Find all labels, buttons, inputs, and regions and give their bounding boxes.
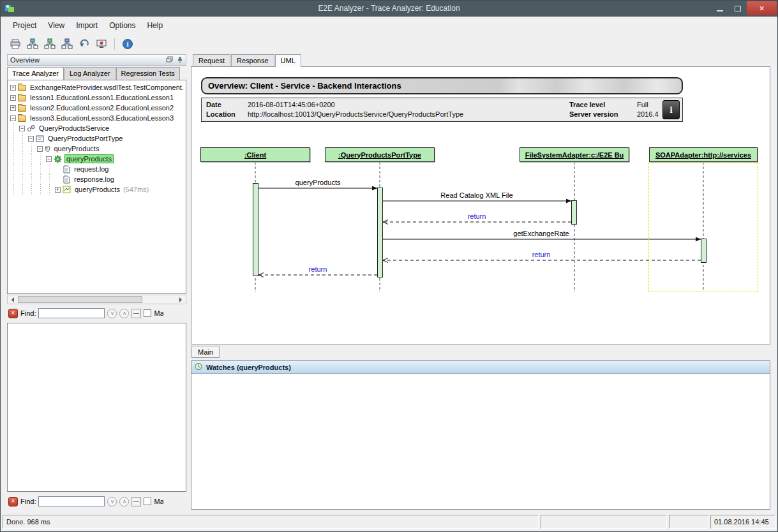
log-file-icon	[63, 165, 70, 174]
find-prev-icon[interactable]: ∧	[119, 497, 129, 506]
main-area: Request Response UML Overview: Client - …	[189, 54, 772, 510]
watches-header: Watches (queryProducts)	[191, 361, 770, 374]
expander-icon[interactable]: −	[46, 156, 52, 162]
tree-row[interactable]: − lesson3.EducationLesson3.EducationLess…	[10, 113, 186, 123]
scroll-left-icon[interactable]	[8, 295, 17, 304]
expander-icon[interactable]: −	[10, 115, 16, 121]
tree-green-button[interactable]	[43, 37, 57, 51]
match-case-checkbox[interactable]	[144, 498, 151, 505]
pin-icon[interactable]	[177, 56, 183, 64]
message-read-catalog[interactable]: Read Catalog XML File	[440, 191, 512, 199]
close-icon: ×	[759, 3, 764, 13]
find-label: Find:	[20, 309, 36, 317]
tab-response[interactable]: Response	[231, 54, 274, 67]
sidebar-header: Overview	[7, 54, 186, 66]
tree-hscrollbar[interactable]	[7, 295, 186, 304]
tree-teal-button[interactable]	[26, 37, 40, 51]
tree-row-queryproducts-selected[interactable]: − queryProducts	[10, 154, 186, 164]
log-file-icon	[63, 175, 70, 184]
printer-icon	[10, 38, 21, 50]
tree-blue-button[interactable]	[60, 37, 74, 51]
folder-icon	[18, 105, 26, 112]
find-next-icon[interactable]: ∨	[107, 497, 117, 506]
maximize-button[interactable]	[729, 1, 747, 15]
screen-button[interactable]	[94, 37, 108, 51]
close-button[interactable]: ×	[747, 1, 777, 15]
menu-import[interactable]: Import	[70, 18, 103, 33]
status-message: Done. 968 ms	[3, 515, 539, 529]
expander-icon[interactable]: +	[55, 187, 61, 193]
toolbar-separator	[114, 38, 115, 50]
tab-trace-analyzer[interactable]: Trace Analyzer	[7, 67, 64, 80]
service-icon	[27, 124, 35, 132]
find-input[interactable]	[38, 308, 105, 318]
expander-icon[interactable]: +	[10, 95, 16, 101]
expander-icon[interactable]: −	[28, 136, 34, 142]
tree-row-request-log[interactable]: request.log	[10, 164, 186, 174]
expander-icon[interactable]: −	[37, 146, 43, 152]
tree-teal-icon	[27, 38, 38, 50]
uml-diagram-panel: Overview: Client - Service - Backend Int…	[191, 66, 770, 344]
svg-text:i: i	[126, 40, 128, 48]
tree-row-operation[interactable]: − f() queryProducts	[10, 144, 186, 154]
tab-main[interactable]: Main	[191, 346, 220, 358]
statusbar: Done. 968 ms 01.08.2016 14:45	[3, 515, 775, 529]
app-window: E2E Analyzer - Trace Analyzer: Education…	[0, 0, 778, 532]
find-input[interactable]	[38, 496, 105, 506]
find-next-icon[interactable]: ∨	[107, 309, 117, 318]
message-getexchangerate[interactable]: getExchangeRate	[513, 230, 569, 237]
match-case-checkbox[interactable]	[144, 309, 151, 317]
menu-options[interactable]: Options	[103, 18, 141, 33]
find-list-icon[interactable]	[131, 309, 141, 318]
tree-row-response-log[interactable]: response.log	[10, 174, 186, 184]
message-queryproducts[interactable]: queryProducts	[295, 179, 341, 186]
tree-green-icon	[44, 38, 56, 50]
scroll-right-icon[interactable]	[176, 295, 186, 304]
find-prev-icon[interactable]: ∧	[119, 309, 129, 318]
message-return-3[interactable]: return	[309, 265, 327, 273]
message-return-1[interactable]: return	[468, 212, 486, 220]
scrollbar-thumb[interactable]	[18, 296, 142, 303]
lifeline-client[interactable]: :Client	[200, 147, 310, 162]
clear-find-button[interactable]: ×	[8, 497, 18, 506]
tree-row-trace[interactable]: + queryProducts (547ms)	[10, 184, 186, 195]
clear-find-button[interactable]: ×	[8, 309, 18, 318]
tab-log-analyzer[interactable]: Log Analyzer	[64, 67, 116, 80]
expander-icon[interactable]: +	[10, 105, 16, 111]
lifeline-queryproductsporttype[interactable]: :QueryProductsPortType	[325, 147, 435, 162]
tree-row[interactable]: + lesson1.EducationLesson1.EducationLess…	[10, 92, 186, 103]
status-datetime: 01.08.2016 14:45	[710, 515, 775, 529]
status-segment	[669, 515, 708, 529]
tab-regression-tests[interactable]: Regression Tests	[116, 67, 180, 80]
menu-view[interactable]: View	[42, 18, 70, 33]
folder-icon	[18, 84, 26, 91]
find-list-icon[interactable]	[131, 497, 141, 506]
info-button[interactable]: i	[121, 37, 135, 51]
gear-icon	[54, 155, 62, 163]
menu-project[interactable]: Project	[7, 18, 42, 33]
tree-row-service[interactable]: − QueryProductsService	[10, 123, 186, 133]
tree-row[interactable]: + lesson2.EducationLesson2.EducationLess…	[10, 103, 186, 113]
porttype-icon	[36, 135, 44, 142]
maximize-icon	[735, 6, 741, 11]
titlebar: E2E Analyzer - Trace Analyzer: Education…	[1, 1, 777, 17]
lifeline-filesystemadapter[interactable]: FileSystemAdapter:c:/E2E Bu	[520, 147, 629, 162]
watches-icon	[194, 362, 203, 372]
lifeline-soapadapter[interactable]: SOAPAdapter:http://services	[649, 147, 758, 162]
tab-request[interactable]: Request	[193, 54, 230, 67]
message-return-2[interactable]: return	[532, 251, 551, 258]
secondary-panel	[7, 323, 186, 492]
expander-icon[interactable]: −	[19, 126, 25, 131]
print-button[interactable]	[8, 37, 22, 51]
undo-button[interactable]	[77, 37, 91, 51]
findbar-bottom: × Find: ∨ ∧ Ma	[7, 494, 186, 508]
folder-icon	[18, 115, 26, 122]
find-label: Find:	[20, 498, 36, 505]
tree-row[interactable]: + ExchangeRateProvider.wsdlTest.TestComp…	[10, 82, 186, 92]
expander-icon[interactable]: +	[10, 85, 16, 91]
tab-uml[interactable]: UML	[275, 54, 301, 67]
tree-row-porttype[interactable]: − QueryProductsPortType	[10, 133, 186, 144]
menu-help[interactable]: Help	[142, 18, 169, 33]
minimize-button[interactable]	[711, 1, 729, 15]
float-icon[interactable]	[166, 56, 173, 64]
